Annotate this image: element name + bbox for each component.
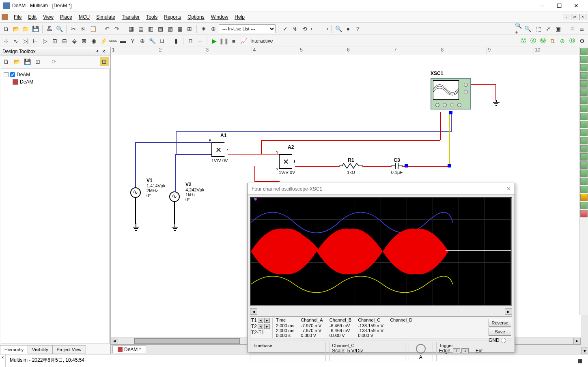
wire-red-h1[interactable] xyxy=(261,140,440,141)
instrument-network-icon[interactable] xyxy=(580,153,588,161)
run-simulation-button[interactable]: ▶ xyxy=(210,36,219,45)
toggle-spreadsheet-button[interactable]: ▤ xyxy=(136,24,145,33)
tab-project-view[interactable]: Project View xyxy=(52,345,86,354)
menu-simulate[interactable]: Simulate xyxy=(93,13,118,21)
component-a1[interactable]: A1 y x 1V/V 0V xyxy=(211,133,228,163)
analysis-button[interactable]: 📈 xyxy=(239,36,248,45)
menu-view[interactable]: View xyxy=(40,13,57,21)
forward-button[interactable]: ⟶ xyxy=(320,24,329,33)
tree-root-checkbox[interactable] xyxy=(10,72,15,77)
menu-reports[interactable]: Reports xyxy=(161,13,184,21)
open-file-button[interactable]: 📂 xyxy=(11,24,20,33)
channel-knob[interactable] xyxy=(416,344,426,354)
fullscreen-button[interactable]: ▣ xyxy=(554,24,562,33)
net-node-blue-2[interactable] xyxy=(448,164,451,167)
tree-root-item[interactable]: - DeAM xyxy=(4,71,107,78)
instrument-current-probe-icon[interactable] xyxy=(580,210,588,217)
oscilloscope-window[interactable]: Four channel oscilloscope-XSC1 × ▼ ▼ ◄ ►… xyxy=(247,183,515,352)
database-button[interactable]: ⊕ xyxy=(209,24,218,33)
wire-v2-gnd[interactable] xyxy=(174,202,175,224)
instrument-multimeter-icon[interactable] xyxy=(580,48,588,55)
place-basic-button[interactable]: ∿ xyxy=(11,36,20,45)
instrument-labview-icon[interactable] xyxy=(580,194,588,201)
menu-options[interactable]: Options xyxy=(184,13,207,21)
instrument-distortion-icon[interactable] xyxy=(580,137,588,144)
component-gnd-v1[interactable] xyxy=(132,223,140,234)
wire-a2-yin[interactable] xyxy=(261,154,279,155)
instrument-tek-scope-icon[interactable] xyxy=(580,186,588,193)
erc-button[interactable]: ✓ xyxy=(281,24,290,33)
menu-help[interactable]: Help xyxy=(231,13,248,21)
instrument-logic-converter-icon[interactable] xyxy=(580,121,588,128)
probe-v-button[interactable]: Ⓥ xyxy=(519,36,528,45)
mdi-minimize-button[interactable]: - xyxy=(563,14,570,20)
edge-falling-button[interactable]: ⤓ xyxy=(461,348,469,353)
minimize-button[interactable]: ─ xyxy=(534,0,551,11)
instrument-scope-icon[interactable] xyxy=(580,72,588,79)
component-gnd-xsc[interactable] xyxy=(492,100,500,109)
menu-place[interactable]: Place xyxy=(57,13,75,21)
component-c3[interactable]: C3 0.1µF xyxy=(391,157,403,175)
scope-h-scrollbar[interactable]: ◄ ► xyxy=(250,308,512,315)
wire-a2-r1[interactable] xyxy=(295,166,340,167)
place-misc-digital-button[interactable]: ⬙ xyxy=(70,36,79,45)
place-rf-button[interactable]: Y xyxy=(128,36,137,45)
wire-blue-xsc[interactable] xyxy=(451,112,452,132)
place-transistor-button[interactable]: ⊢ xyxy=(31,36,40,45)
place-misc-button[interactable]: MISC xyxy=(109,36,118,45)
instrument-funcgen-icon[interactable] xyxy=(580,56,588,63)
instrument-freq-counter-icon[interactable] xyxy=(580,97,588,104)
toggle-view3-button[interactable]: ▨ xyxy=(166,24,174,33)
toolbox-rename-button[interactable]: ⊡ xyxy=(33,57,42,66)
instrument-agilent-fg-icon[interactable] xyxy=(580,161,588,169)
list-a-button[interactable]: ≡ xyxy=(568,24,577,33)
close-button[interactable]: ✕ xyxy=(568,0,585,11)
new-file-button[interactable]: 🗋 xyxy=(2,24,11,33)
zoom-in-button[interactable]: 🔍+ xyxy=(515,24,523,33)
toggle-view4-button[interactable]: ▩ xyxy=(175,24,184,33)
place-indicator-button[interactable]: ◉ xyxy=(89,36,98,45)
print-button[interactable]: 🖶 xyxy=(45,24,54,33)
open-samples-button[interactable]: 📁 xyxy=(21,24,30,33)
place-analog-button[interactable]: ▷ xyxy=(41,36,50,45)
wire-v2-up[interactable] xyxy=(175,154,176,191)
wire-v1-gnd[interactable] xyxy=(135,198,136,224)
scroll-down-button[interactable]: ▼ xyxy=(581,348,588,354)
place-ttl-button[interactable]: ⊡ xyxy=(50,36,59,45)
backward-button[interactable]: ⟵ xyxy=(310,24,319,33)
doc-tab-deam[interactable]: DeAM * xyxy=(112,346,146,353)
zoom-fit-button[interactable]: ⤢ xyxy=(544,24,553,33)
wire-blue-h1[interactable] xyxy=(176,131,451,132)
menu-transfer[interactable]: Transfer xyxy=(118,13,143,21)
component-v2[interactable]: V2 4.242Vpk 1kHz 0° xyxy=(169,182,180,202)
reverse-button[interactable]: Reverse xyxy=(489,319,511,327)
place-bus-button[interactable]: ⌐ xyxy=(196,36,205,45)
save-button[interactable]: 💾 xyxy=(31,24,40,33)
tree-child-item[interactable]: DeAM xyxy=(4,78,107,86)
copy-button[interactable]: ⎘ xyxy=(79,24,88,33)
t2-left-button[interactable]: ◄ xyxy=(258,324,263,329)
wire-a1-out[interactable] xyxy=(228,154,261,155)
instrument-spectrum-icon[interactable] xyxy=(580,145,588,152)
probe-d-button[interactable]: Ⓓ xyxy=(568,36,577,45)
gnd-radio[interactable] xyxy=(501,338,506,343)
place-source-button[interactable]: ⊹ xyxy=(2,36,11,45)
instrument-agilent-scope-icon[interactable] xyxy=(580,178,588,185)
place-electromech-button[interactable]: ⊕ xyxy=(138,36,147,45)
instrument-ni-elvis-icon[interactable] xyxy=(580,202,588,209)
t1-left-button[interactable]: ◄ xyxy=(258,318,263,323)
probe-ref-button[interactable]: ⊘ xyxy=(558,36,567,45)
wire-xsc-gnd[interactable] xyxy=(471,84,495,85)
wire-a2-x-h[interactable] xyxy=(254,181,280,182)
scope-screen[interactable]: ▼ ▼ xyxy=(250,197,512,306)
probe-diff-button[interactable]: ⇅ xyxy=(548,36,557,45)
edge-rising-button[interactable]: ⤒ xyxy=(453,348,460,353)
toolbox-save-button[interactable]: 💾 xyxy=(23,57,32,66)
toolbox-close-button[interactable]: × xyxy=(102,49,108,54)
scroll-right-button[interactable]: ► xyxy=(573,338,581,344)
design-tree[interactable]: - DeAM DeAM xyxy=(1,68,110,344)
wire-r1-c3[interactable] xyxy=(362,166,392,167)
netlist-button[interactable]: ↯ xyxy=(291,24,299,33)
help-button[interactable]: ? xyxy=(353,24,362,33)
toolbox-new-button[interactable]: 🗋 xyxy=(2,57,11,66)
